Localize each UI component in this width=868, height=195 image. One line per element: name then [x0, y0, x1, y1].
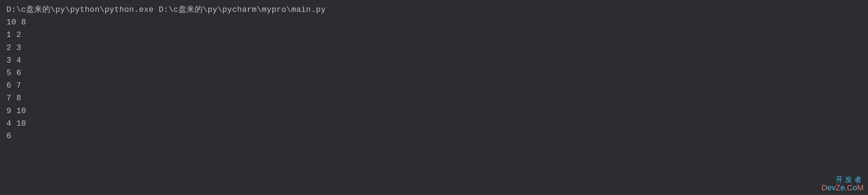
output-line: 2 3 — [6, 42, 862, 54]
output-line: 6 7 — [6, 79, 862, 92]
output-line: 6 — [6, 130, 862, 143]
watermark-text-bottom: DevZe.CoM — [822, 184, 864, 192]
console-output: D:\c盘来的\py\python\python.exe D:\c盘来的\py\… — [0, 0, 868, 146]
command-line: D:\c盘来的\py\python\python.exe D:\c盘来的\py\… — [6, 4, 862, 16]
output-line: 9 10 — [6, 105, 862, 117]
output-line: 5 6 — [6, 67, 862, 79]
watermark-text-top: 开发者 — [822, 176, 864, 184]
output-line: 1 2 — [6, 29, 862, 41]
output-line: 10 8 — [6, 16, 862, 29]
output-line: 7 8 — [6, 92, 862, 105]
output-line: 3 4 — [6, 54, 862, 67]
output-line: 4 10 — [6, 117, 862, 130]
watermark: 开发者 DevZe.CoM — [822, 176, 864, 192]
